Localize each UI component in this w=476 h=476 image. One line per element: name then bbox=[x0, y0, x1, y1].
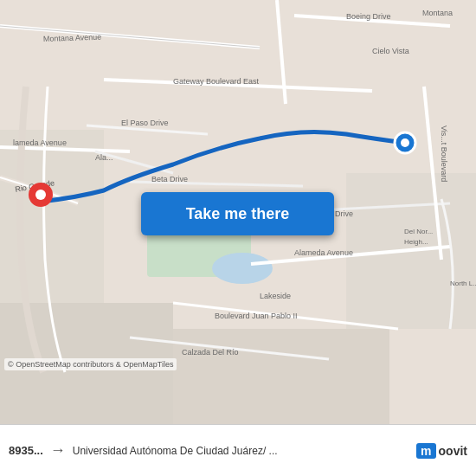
svg-text:Boulevard Juan Pablo II: Boulevard Juan Pablo II bbox=[215, 312, 298, 320]
logo-m: m bbox=[416, 443, 435, 459]
svg-text:Ala...: Ala... bbox=[95, 153, 113, 162]
osm-attribution: © OpenStreetMap contributors & OpenMapTi… bbox=[4, 358, 177, 370]
svg-text:Beta Drive: Beta Drive bbox=[151, 175, 188, 183]
svg-text:Lakeside: Lakeside bbox=[260, 292, 291, 300]
svg-text:Montana: Montana bbox=[422, 9, 453, 17]
arrow-icon: → bbox=[50, 441, 66, 460]
svg-text:Del Nor...: Del Nor... bbox=[404, 228, 433, 235]
from-text: 8935... bbox=[9, 444, 43, 457]
svg-point-2 bbox=[212, 253, 273, 284]
svg-text:Boeing Drive: Boeing Drive bbox=[346, 12, 391, 21]
svg-text:Gateway Boulevard East: Gateway Boulevard East bbox=[173, 77, 260, 86]
svg-text:Alameda Avenue: Alameda Avenue bbox=[294, 248, 353, 257]
bottom-bar: 8935... → Universidad Autónoma De Ciudad… bbox=[0, 424, 476, 476]
svg-text:Heigh...: Heigh... bbox=[404, 238, 428, 246]
svg-text:Cielo Vista: Cielo Vista bbox=[372, 47, 409, 55]
svg-point-42 bbox=[35, 190, 46, 200]
take-me-there-button[interactable]: Take me there bbox=[141, 192, 334, 235]
svg-rect-3 bbox=[0, 130, 104, 303]
app: Montana Avenue Boeing Drive Montana Gate… bbox=[0, 0, 476, 476]
svg-text:El Paso Drive: El Paso Drive bbox=[121, 119, 169, 127]
map-container: Montana Avenue Boeing Drive Montana Gate… bbox=[0, 0, 476, 424]
logo-oovit: oovit bbox=[439, 444, 467, 458]
svg-text:North L...: North L... bbox=[450, 280, 476, 287]
moovit-logo: m oovit bbox=[416, 443, 467, 459]
svg-rect-6 bbox=[173, 329, 389, 424]
svg-text:Vis...t Boulevard: Vis...t Boulevard bbox=[440, 125, 448, 182]
svg-point-44 bbox=[401, 138, 409, 147]
to-text: Universidad Autónoma De Ciudad Juárez/ .… bbox=[73, 445, 409, 457]
svg-text:Calzada Del Río: Calzada Del Río bbox=[182, 348, 239, 357]
svg-text:lameda Avenue: lameda Avenue bbox=[13, 138, 67, 147]
